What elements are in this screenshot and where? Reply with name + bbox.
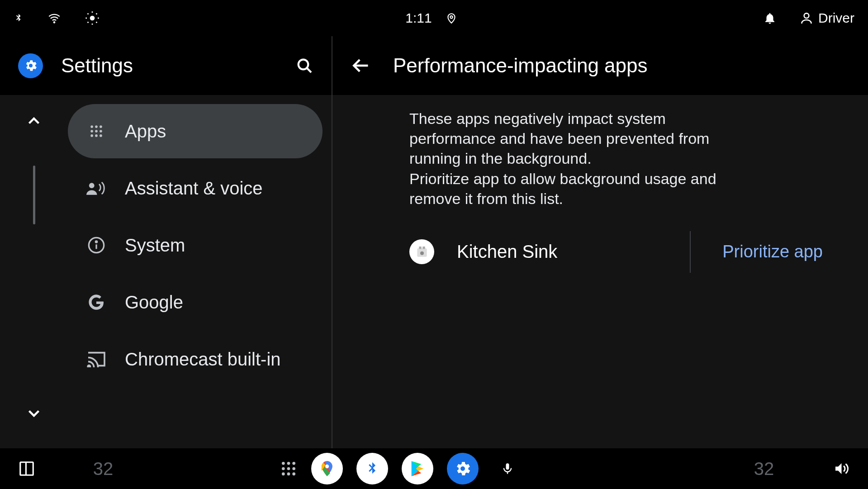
temperature-left[interactable]: 32 bbox=[93, 459, 114, 479]
svg-point-10 bbox=[450, 16, 452, 18]
svg-point-41 bbox=[282, 472, 285, 475]
svg-point-37 bbox=[292, 462, 295, 465]
svg-point-38 bbox=[282, 467, 285, 470]
sidebar-item-label: Google bbox=[125, 292, 183, 313]
svg-point-12 bbox=[299, 60, 308, 70]
svg-line-4 bbox=[88, 14, 89, 14]
sidebar-item-chromecast[interactable]: Chromecast built-in bbox=[68, 332, 323, 386]
location-pin-icon bbox=[446, 10, 457, 26]
dock-app-maps[interactable] bbox=[311, 453, 343, 484]
dock-microphone-icon[interactable] bbox=[501, 460, 514, 478]
svg-point-18 bbox=[95, 130, 98, 133]
detail-pane: Performance-impacting apps These apps ne… bbox=[332, 36, 868, 448]
svg-point-11 bbox=[804, 13, 809, 18]
svg-point-21 bbox=[95, 134, 98, 137]
sidebar-item-google[interactable]: Google bbox=[68, 275, 323, 329]
bell-icon[interactable] bbox=[763, 10, 777, 26]
svg-point-17 bbox=[90, 130, 93, 133]
svg-point-1 bbox=[90, 16, 95, 21]
svg-line-9 bbox=[96, 14, 97, 14]
svg-point-32 bbox=[420, 252, 424, 255]
brightness-icon bbox=[85, 11, 100, 25]
sidebar-header: Settings bbox=[0, 36, 332, 95]
svg-point-15 bbox=[95, 125, 98, 128]
svg-line-5 bbox=[96, 22, 97, 23]
sidebar-item-system[interactable]: System bbox=[68, 218, 323, 272]
svg-point-23 bbox=[89, 183, 95, 188]
dock: 32 32 bbox=[0, 448, 868, 489]
detail-title: Performance-impacting apps bbox=[393, 54, 647, 77]
layout-icon[interactable] bbox=[18, 460, 35, 477]
apps-grid-icon bbox=[86, 121, 107, 142]
svg-point-27 bbox=[88, 366, 90, 368]
dock-app-bluetooth[interactable] bbox=[356, 453, 388, 484]
svg-point-44 bbox=[325, 465, 329, 468]
svg-point-16 bbox=[100, 125, 102, 128]
svg-point-36 bbox=[287, 462, 290, 465]
user-profile[interactable]: Driver bbox=[799, 10, 854, 26]
svg-point-0 bbox=[54, 22, 55, 23]
svg-point-42 bbox=[287, 472, 290, 475]
scroll-thumb[interactable] bbox=[33, 166, 35, 224]
status-bar: 1:11 Driver bbox=[0, 0, 868, 36]
sidebar-item-label: System bbox=[125, 235, 185, 256]
svg-line-8 bbox=[88, 22, 89, 23]
clock: 1:11 bbox=[405, 10, 432, 26]
dock-app-play-store[interactable] bbox=[402, 453, 433, 484]
main-area: Settings bbox=[0, 36, 868, 448]
sidebar-item-label: Apps bbox=[125, 121, 166, 142]
user-label: Driver bbox=[818, 10, 854, 26]
sidebar-item-apps[interactable]: Apps bbox=[68, 104, 323, 158]
scroll-up-button[interactable] bbox=[26, 113, 42, 129]
svg-point-20 bbox=[90, 134, 93, 137]
dock-center bbox=[280, 453, 514, 484]
info-icon bbox=[86, 235, 107, 256]
app-row: Kitchen Sink Prioritize app bbox=[409, 231, 841, 273]
scroll-track[interactable] bbox=[33, 147, 35, 387]
wifi-icon bbox=[46, 12, 62, 24]
svg-line-13 bbox=[307, 68, 311, 72]
back-button[interactable] bbox=[351, 56, 370, 76]
scroll-down-button[interactable] bbox=[26, 405, 42, 421]
status-right-icons: Driver bbox=[763, 10, 854, 26]
detail-body: These apps negatively impact system perf… bbox=[332, 95, 868, 448]
app-name[interactable]: Kitchen Sink bbox=[457, 242, 658, 262]
settings-app-icon bbox=[18, 53, 43, 78]
svg-point-43 bbox=[292, 472, 295, 475]
prioritize-app-button[interactable]: Prioritize app bbox=[722, 242, 823, 261]
svg-point-39 bbox=[287, 467, 290, 470]
detail-header: Performance-impacting apps bbox=[332, 36, 868, 95]
person-icon bbox=[799, 11, 814, 25]
search-button[interactable] bbox=[295, 57, 313, 75]
sidebar-title: Settings bbox=[61, 54, 277, 77]
detail-description: These apps negatively impact system perf… bbox=[409, 109, 753, 209]
svg-point-40 bbox=[292, 467, 295, 470]
svg-point-26 bbox=[95, 241, 97, 242]
sidebar-item-assistant[interactable]: Assistant & voice bbox=[68, 161, 323, 215]
scroll-indicator bbox=[0, 95, 68, 448]
volume-icon[interactable] bbox=[832, 461, 850, 477]
bluetooth-icon bbox=[14, 10, 24, 26]
dock-app-settings[interactable] bbox=[447, 453, 479, 484]
svg-point-19 bbox=[100, 130, 102, 133]
app-icon bbox=[409, 239, 434, 264]
svg-point-22 bbox=[100, 134, 102, 137]
sidebar-item-label: Assistant & voice bbox=[125, 178, 263, 199]
svg-rect-30 bbox=[419, 247, 421, 249]
svg-rect-31 bbox=[422, 247, 425, 249]
nav-list: Apps Assistant & voice System bbox=[68, 95, 332, 448]
temperature-right[interactable]: 32 bbox=[754, 459, 774, 479]
status-center: 1:11 bbox=[100, 10, 763, 26]
assistant-voice-icon bbox=[86, 178, 107, 199]
sidebar-item-label: Chromecast built-in bbox=[125, 349, 281, 370]
row-divider bbox=[690, 231, 691, 273]
status-left-icons bbox=[14, 10, 100, 26]
cast-icon bbox=[86, 349, 107, 370]
svg-point-14 bbox=[90, 125, 93, 128]
app-launcher-icon[interactable] bbox=[280, 460, 298, 478]
sidebar-body: Apps Assistant & voice System bbox=[0, 95, 332, 448]
google-g-icon bbox=[86, 292, 107, 313]
sidebar: Settings bbox=[0, 36, 332, 448]
svg-point-35 bbox=[282, 462, 285, 465]
